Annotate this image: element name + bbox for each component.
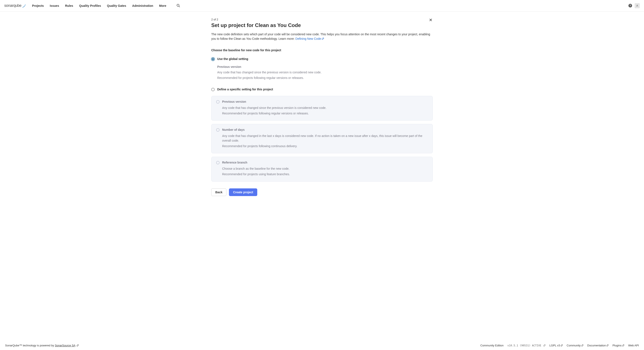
option-card-prev-title: Previous version [222,100,246,103]
radio-global-setting[interactable]: Use the global setting [211,57,433,61]
nav-more[interactable]: More [159,4,166,7]
nav-rules[interactable]: Rules [65,4,73,7]
avatar[interactable]: A [635,3,640,8]
option-card-prev-line1: Any code that has changed since the prev… [222,106,428,110]
radio-days-input [216,128,220,132]
radio-specific-setting-input[interactable] [211,88,215,91]
button-row: Back Create project [211,188,433,196]
nav-quality-gates[interactable]: Quality Gates [107,4,126,7]
global-setting-subtitle: Previous version [217,65,433,68]
radio-specific-setting-label: Define a specific setting for this proje… [217,88,273,91]
option-card-branch-line2: Recommended for projects using feature b… [222,172,428,177]
global-setting-line1: Any code that has changed since the prev… [217,70,433,75]
option-card-previous-version: Previous version Any code that has chang… [211,96,433,121]
logo-waves-icon [22,3,26,8]
option-card-days-line1: Any code that has changed in the last x … [222,134,428,143]
radio-global-setting-input[interactable] [211,57,215,61]
section-heading: Choose the baseline for new code for thi… [211,48,433,52]
radio-global-setting-label: Use the global setting [217,57,248,61]
nav-projects[interactable]: Projects [32,4,44,7]
main-nav: Projects Issues Rules Quality Profiles Q… [32,4,180,7]
nav-administration[interactable]: Administration [132,4,153,7]
help-icon[interactable]: ? [628,4,632,7]
global-setting-details: Previous version Any code that has chang… [217,65,433,80]
intro-text: The new code definition sets which part … [211,32,433,41]
option-card-days-line2: Recommended for projects following conti… [222,144,428,149]
create-project-button[interactable]: Create project [229,188,257,196]
defining-new-code-link[interactable]: Defining New Code [296,37,324,40]
svg-line-1 [179,6,180,7]
nav-issues[interactable]: Issues [50,4,59,7]
logo[interactable]: sonarqube [4,3,26,8]
option-card-number-of-days: Number of days Any code that has changed… [211,124,433,153]
option-card-prev-line2: Recommended for projects following regul… [222,111,428,116]
logo-text: sonarqube [4,3,22,8]
main-content: ✕ 2 of 2 Set up project for Clean as You… [211,11,433,204]
external-link-icon [322,37,324,40]
radio-specific-setting[interactable]: Define a specific setting for this proje… [211,88,433,91]
step-indicator: 2 of 2 [211,18,433,21]
nav-quality-profiles[interactable]: Quality Profiles [79,4,101,7]
option-card-branch-title: Reference branch [222,161,247,164]
option-card-branch-line1: Choose a branch as the baseline for the … [222,167,428,171]
radio-prev-version-input [216,100,220,104]
global-setting-line2: Recommended for projects following regul… [217,76,433,80]
search-icon[interactable] [176,4,180,7]
option-card-reference-branch: Reference branch Choose a branch as the … [211,157,433,181]
page-title: Set up project for Clean as You Code [211,22,433,28]
radio-branch-input [216,161,220,164]
svg-point-0 [177,4,179,6]
header-right: ? A [628,3,640,8]
close-icon[interactable]: ✕ [428,18,433,22]
option-card-days-title: Number of days [222,128,245,131]
global-header: sonarqube Projects Issues Rules Quality … [0,0,644,11]
back-button[interactable]: Back [211,188,226,196]
